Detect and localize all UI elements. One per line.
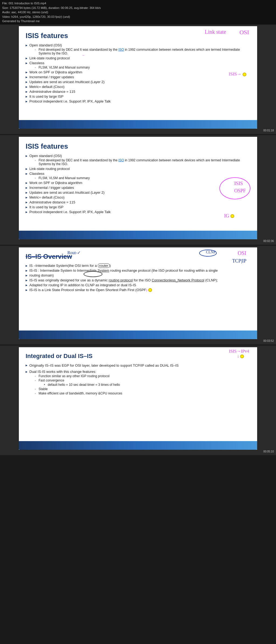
slide2-wrapper: ISISOSPF IG ISIS features Open standard … bbox=[0, 135, 276, 245]
slide2-circle-text: ISISOSPF bbox=[234, 180, 246, 195]
slide1-item-1: Link-state routing protocol bbox=[26, 56, 250, 60]
slide3-clnp-span: Connectionless_Network Protocol bbox=[152, 278, 204, 282]
slide3-list: IS –Intermediate System(the OSI term for… bbox=[26, 264, 250, 292]
slide3-wave bbox=[19, 330, 257, 339]
slide4-bullet-0: default hello = 10 sec dead timer = 3 ti… bbox=[44, 383, 250, 387]
slide1: Link state OSI ISIS→ → ISIS features Ope… bbox=[19, 26, 257, 129]
slide1-item-7: Administrative distance = 115 bbox=[26, 90, 250, 94]
slide1-title: ISIS features bbox=[26, 32, 250, 40]
slide3-item-4: Adapted for routing IP in addition to CL… bbox=[26, 283, 250, 287]
slide3-wrapper: Rout-✓ CLNP OSI TCP|IP IS–IS Overview IS… bbox=[0, 246, 276, 345]
slide3-item-1: IS-IS : Intermediate System to Intermedi… bbox=[26, 268, 250, 272]
slide1-timestamp: 00:01:18 bbox=[263, 129, 274, 132]
video-filename: File: 001 Introduction to ISIS.mp4 bbox=[2, 1, 274, 6]
slide2-item-6: Metric= default (Cisco) bbox=[26, 195, 250, 199]
slide1-item-4: Incremental / trigger updates bbox=[26, 75, 250, 79]
slide2-item-5: Updates are send as unicast /multicast (… bbox=[26, 190, 250, 195]
slide2-wave bbox=[19, 231, 257, 239]
slide2-item-7: Administrative distance = 115 bbox=[26, 200, 250, 204]
slide4-sub-1: Fast convergence default hello = 10 sec … bbox=[35, 379, 250, 387]
slide3-router-span: router bbox=[98, 263, 110, 268]
slide1-item-5: Updates are send as unicast /multicast (… bbox=[26, 80, 250, 84]
slide1-wrapper: Link state OSI ISIS→ → ISIS features Ope… bbox=[0, 25, 276, 134]
slide3-title: IS–IS Overview bbox=[26, 253, 250, 260]
slide2: ISISOSPF IG ISIS features Open standard … bbox=[19, 137, 257, 239]
slide1-item-2: Classless FLSM, VLSM and Manual summary bbox=[26, 61, 250, 69]
slide4-sub-3: Make efficient use of bandwidth, memory … bbox=[35, 391, 250, 395]
slide2-item-1: Link-state routing protocol bbox=[26, 167, 250, 171]
slide2-item-4: Incremental / trigger updates bbox=[26, 186, 250, 190]
slide4-sub-list: Function similar as any other IGP routin… bbox=[35, 374, 250, 395]
slide2-sub-0: First developed by DEC and It was standa… bbox=[35, 158, 250, 166]
slide2-item-2: Classless FLSM, VLSM and Manual summary bbox=[26, 172, 250, 180]
slide2-item-8: It is used by large ISP bbox=[26, 205, 250, 209]
slide1-sub-0: First developed by DEC and It was standa… bbox=[35, 48, 250, 55]
slide4-bullet-list: default hello = 10 sec dead timer = 3 ti… bbox=[44, 383, 250, 387]
slide4-sub-2: Stable bbox=[35, 387, 250, 391]
slide4-wrapper: ISIS→IPv4↓ Integrated or Dual IS–IS Orig… bbox=[0, 346, 276, 455]
slide2-title: ISIS features bbox=[26, 142, 250, 151]
slide1-list: Open standard (OSI) First developed by D… bbox=[26, 43, 250, 103]
slide1-wave bbox=[19, 120, 257, 129]
slide3: Rout-✓ CLNP OSI TCP|IP IS–IS Overview IS… bbox=[19, 247, 257, 339]
slide1-sub-2: FLSM, VLSM and Manual summary bbox=[35, 66, 250, 69]
slide2-item-9: Protocol independent i.e. Support IP, IP… bbox=[26, 210, 250, 214]
slide3-item-5: IS-IS is a Link State Protocol similar t… bbox=[26, 288, 250, 292]
slide3-tcp-annotation: TCP|IP bbox=[232, 258, 246, 264]
slide2-timestamp: 00:02:36 bbox=[263, 240, 274, 243]
slide3-clnp-text: CLNP bbox=[206, 250, 216, 254]
slide3-ospf-cursor: ) bbox=[146, 288, 147, 292]
video-info-bar: File: 001 Introduction to ISIS.mp4 Size:… bbox=[0, 0, 276, 25]
slide1-item-0: Open standard (OSI) First developed by D… bbox=[26, 43, 250, 55]
slide4: ISIS→IPv4↓ Integrated or Dual IS–IS Orig… bbox=[19, 347, 257, 450]
slide4-timestamp: 00:05:10 bbox=[263, 450, 274, 453]
video-size: Size: 17530794 bytes (16.72 MiB), durati… bbox=[2, 6, 274, 10]
slide1-item-9: Protocol independent i.e. Support IP, IP… bbox=[26, 99, 250, 103]
slide3-item-3: IS-IS was originally designed for use as… bbox=[26, 278, 250, 282]
slide2-list: Open standard (OSI) First developed by D… bbox=[26, 154, 250, 214]
slide2-item-0: Open standard (OSI) First developed by D… bbox=[26, 154, 250, 166]
slide1-item-0-text: Open standard (OSI) bbox=[29, 43, 62, 47]
slide3-timestamp: 00:03:52 bbox=[263, 339, 274, 342]
slide3-osi-annotation: OSI bbox=[238, 250, 246, 256]
slide3-item-0: IS –Intermediate System(the OSI term for… bbox=[26, 264, 250, 268]
slide2-ig-annotation: IG bbox=[224, 213, 234, 219]
slide1-item-3: Work on SPF or Dijkstra algorithm bbox=[26, 70, 250, 74]
slide2-sub-2: FLSM, VLSM and Manual summary bbox=[35, 176, 250, 180]
slide1-item-6: Metric= default (Cisco) bbox=[26, 85, 250, 89]
slide4-wave bbox=[19, 441, 257, 450]
video-video: Video: h264, yuv420p, 1280x720, 30.03 fp… bbox=[2, 15, 274, 19]
slide1-item-8: It is used by large ISP bbox=[26, 94, 250, 98]
slide3-router-circle bbox=[84, 271, 102, 277]
slide4-isis-annotation: ISIS→IPv4↓ bbox=[229, 349, 249, 359]
slide4-sub-0: Function similar as any other IGP routin… bbox=[35, 374, 250, 378]
video-generated: Generated by Thumbnail me bbox=[2, 19, 274, 23]
slide3-routing-span: routing protocol bbox=[109, 278, 133, 282]
slide4-item-0: Originally IS–IS was EGP for OSI layer, … bbox=[26, 363, 250, 368]
slide3-item-2: routing domain) bbox=[26, 273, 250, 277]
slide4-list: Originally IS–IS was EGP for OSI layer, … bbox=[26, 363, 250, 396]
slide4-item-1: Dual IS-IS works with this change featur… bbox=[26, 370, 250, 395]
slide3-rout-annotation: Rout-✓ bbox=[67, 250, 81, 255]
slide2-item-3: Work on SPF or Dijkstra algorithm bbox=[26, 181, 250, 185]
video-audio: Audio: aac, 44100 Hz, stereo (und) bbox=[2, 10, 274, 15]
slide4-title: Integrated or Dual IS–IS bbox=[26, 353, 250, 360]
